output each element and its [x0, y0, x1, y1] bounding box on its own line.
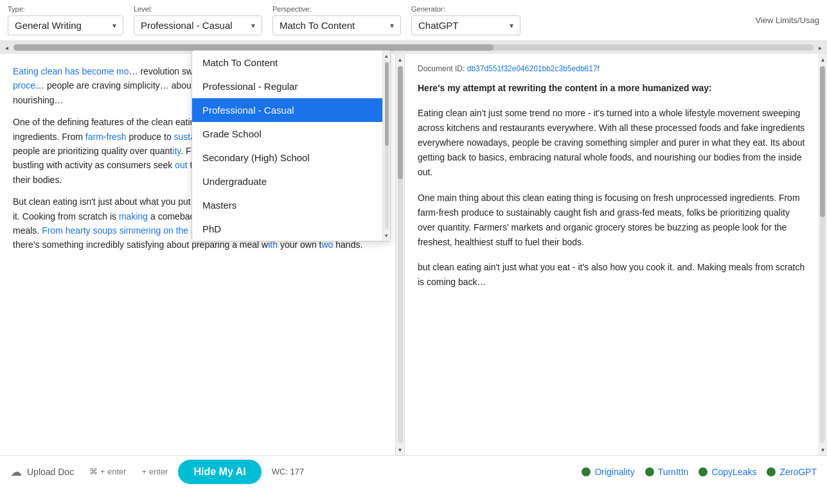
right-scroll-down-icon[interactable]: ▾ — [821, 444, 824, 455]
dropdown-list: Match To Content Professional - Regular … — [192, 51, 382, 241]
dropdown-item-professional-regular[interactable]: Professional - Regular — [192, 74, 382, 98]
originality-status[interactable]: Originality — [582, 467, 634, 477]
perspective-chevron-icon: ▾ — [390, 21, 394, 30]
upload-doc-label: Upload Doc — [27, 467, 74, 477]
originality-dot-icon — [582, 467, 591, 476]
generator-select[interactable]: ChatGPT ▾ — [411, 15, 520, 35]
turnitin-dot-icon — [645, 467, 654, 476]
hide-ai-button[interactable]: Hide My AI — [178, 460, 261, 484]
dropdown-with-scroll: Match To Content Professional - Regular … — [192, 51, 390, 241]
dropdown-scroll-up-icon[interactable]: ▴ — [385, 51, 388, 61]
dropdown-item-professional-casual[interactable]: Professional - Casual — [192, 98, 382, 122]
dropdown-scroll-track[interactable] — [385, 62, 389, 229]
dropdown-scrollbar: ▴ ▾ — [382, 51, 390, 241]
type-value: General Writing — [15, 20, 82, 31]
right-intro: Here's my attempt at rewriting the conte… — [418, 81, 805, 96]
level-label: Level: — [134, 5, 262, 13]
type-group: Type: General Writing ▾ — [8, 5, 123, 35]
cloud-icon: ☁ — [10, 465, 22, 479]
turnitin-label: TurnItIn — [658, 467, 689, 477]
type-label: Type: — [8, 5, 123, 13]
dropdown-item-match-to-content[interactable]: Match To Content — [192, 51, 382, 74]
dropdown-item-undergraduate[interactable]: Undergraduate — [192, 169, 382, 193]
copyleaks-label: CopyLeaks — [711, 467, 756, 477]
bottom-bar: ☁ Upload Doc ⌘ + enter + enter Hide My A… — [0, 455, 827, 487]
doc-id-label: Document ID: — [418, 64, 467, 73]
dropdown-item-secondary-high-school[interactable]: Secondary (High) School — [192, 146, 382, 169]
perspective-label: Perspective: — [272, 5, 401, 13]
right-paragraph-1: Eating clean ain't just some trend no mo… — [418, 106, 805, 180]
left-scroll-up-icon[interactable]: ▴ — [398, 54, 402, 65]
dropdown-scroll-down-icon[interactable]: ▾ — [385, 230, 388, 241]
copyleaks-status[interactable]: CopyLeaks — [698, 467, 756, 477]
perspective-value: Match To Content — [280, 20, 355, 31]
scroll-left-arrow-icon[interactable]: ◂ — [3, 44, 11, 51]
generator-label: Generator: — [411, 5, 520, 13]
generator-group: Generator: ChatGPT ▾ — [411, 5, 520, 35]
right-scroll-track[interactable] — [820, 66, 825, 443]
doc-id-link[interactable]: db37d551f32e046201bb2c3b5edb617f — [467, 64, 600, 73]
dropdown-item-grade-school[interactable]: Grade School — [192, 122, 382, 146]
generator-value: ChatGPT — [418, 20, 459, 31]
shortcut-hint: ⌘ + enter — [89, 467, 126, 476]
perspective-select[interactable]: Match To Content ▾ — [272, 15, 401, 35]
right-scrollbar: ▴ ▾ — [818, 54, 827, 455]
level-group: Level: Professional - Casual ▾ — [134, 5, 262, 35]
dropdown-scroll-thumb — [385, 62, 389, 146]
generator-chevron-icon: ▾ — [510, 21, 513, 30]
level-chevron-icon: ▾ — [251, 21, 255, 30]
copyleaks-dot-icon — [698, 467, 707, 476]
doc-id-row: Document ID: db37d551f32e046201bb2c3b5ed… — [418, 64, 805, 73]
left-scroll-thumb — [398, 66, 403, 179]
perspective-group: Perspective: Match To Content ▾ — [272, 5, 401, 35]
turnitin-status[interactable]: TurnItIn — [645, 467, 689, 477]
level-dropdown: Match To Content Professional - Regular … — [191, 50, 391, 241]
dropdown-item-masters[interactable]: Masters — [192, 193, 382, 217]
view-limits-link[interactable]: View Limits/Usag — [756, 15, 819, 25]
type-chevron-icon: ▾ — [112, 21, 116, 30]
level-select[interactable]: Professional - Casual ▾ — [134, 15, 262, 35]
level-value: Professional - Casual — [141, 20, 233, 31]
right-panel[interactable]: Document ID: db37d551f32e046201bb2c3b5ed… — [405, 54, 818, 455]
toolbar: Type: General Writing ▾ Level: Professio… — [0, 0, 827, 41]
zerogpt-label: ZeroGPT — [779, 467, 817, 477]
right-scroll-up-icon[interactable]: ▴ — [821, 54, 824, 65]
scroll-track[interactable] — [13, 44, 814, 51]
bottom-right-status: Originality TurnItIn CopyLeaks ZeroGPT — [582, 467, 817, 477]
originality-label: Originality — [594, 467, 634, 477]
horizontal-scrollbar: ◂ ▸ — [0, 41, 827, 54]
zerogpt-dot-icon — [767, 467, 776, 476]
scroll-right-arrow-icon[interactable]: ▸ — [816, 44, 824, 51]
left-scroll-down-icon[interactable]: ▾ — [398, 444, 402, 455]
right-scroll-thumb — [820, 66, 825, 217]
zerogpt-status[interactable]: ZeroGPT — [767, 467, 817, 477]
main-area: Eating clean has become mo… revolution s… — [0, 54, 827, 455]
left-scroll-track[interactable] — [398, 66, 403, 443]
dropdown-item-phd[interactable]: PhD — [192, 217, 382, 241]
right-paragraph-3: but clean eating ain't just what you eat… — [418, 260, 805, 290]
type-select[interactable]: General Writing ▾ — [8, 15, 123, 35]
word-count: WC: 177 — [272, 467, 305, 476]
right-paragraph-2: One main thing about this clean eating t… — [418, 191, 805, 250]
shortcut-plus: + enter — [142, 467, 168, 476]
left-scrollbar: ▴ ▾ — [396, 54, 405, 455]
upload-doc-button[interactable]: ☁ Upload Doc — [10, 465, 74, 479]
